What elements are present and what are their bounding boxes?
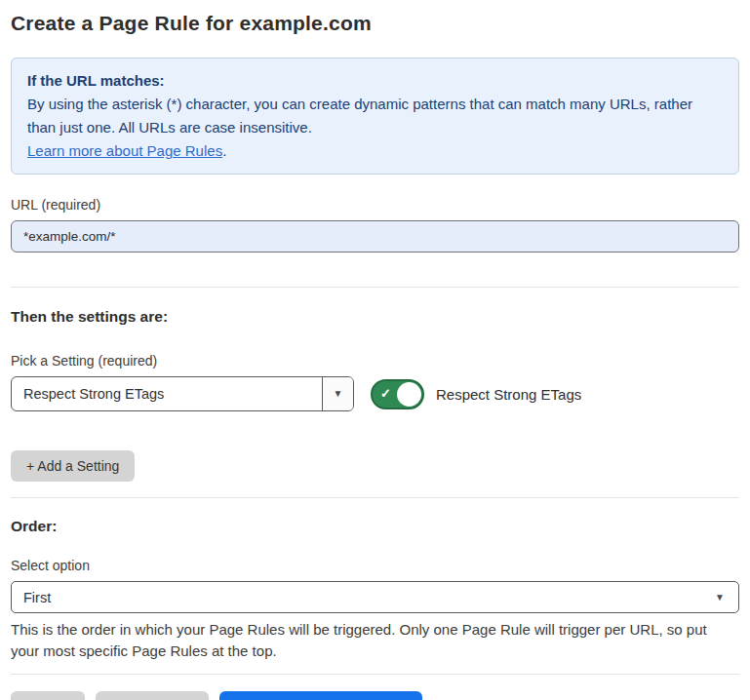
order-select-value: First <box>23 590 715 605</box>
pick-setting-label: Pick a Setting (required) <box>11 353 739 369</box>
setting-row: Respect Strong ETags ▼ ✓ Respect Strong … <box>11 376 739 411</box>
cancel-button[interactable]: Cancel <box>11 691 85 700</box>
check-icon: ✓ <box>380 386 391 401</box>
url-input[interactable] <box>11 220 739 253</box>
save-as-draft-button[interactable]: Save as Draft <box>96 691 210 700</box>
divider <box>11 287 739 288</box>
chevron-down-icon: ▼ <box>334 389 343 399</box>
url-field-label: URL (required) <box>11 197 739 213</box>
order-select[interactable]: First ▼ <box>11 581 739 613</box>
footer-actions: Cancel Save as Draft Save and Deploy Pag… <box>11 691 739 700</box>
setting-select-caret-box[interactable]: ▼ <box>322 377 353 410</box>
save-and-deploy-button[interactable]: Save and Deploy Page Rule <box>219 691 422 700</box>
chevron-down-icon: ▼ <box>715 593 725 603</box>
order-section-heading: Order: <box>11 518 739 535</box>
setting-toggle-label: Respect Strong ETags <box>436 386 581 403</box>
setting-toggle[interactable]: ✓ <box>371 379 424 409</box>
divider <box>11 497 739 498</box>
page-title: Create a Page Rule for example.com <box>11 12 739 35</box>
setting-select-value: Respect Strong ETags <box>12 377 322 410</box>
setting-select[interactable]: Respect Strong ETags ▼ <box>11 376 354 411</box>
order-help-text: This is the order in which your Page Rul… <box>11 619 739 662</box>
setting-toggle-wrap: ✓ Respect Strong ETags <box>371 379 581 409</box>
info-box-link-line: Learn more about Page Rules. <box>27 139 723 163</box>
learn-more-link[interactable]: Learn more about Page Rules <box>27 142 222 159</box>
order-select-label: Select option <box>11 558 739 573</box>
info-box-heading: If the URL matches: <box>27 69 723 93</box>
divider <box>11 674 739 675</box>
toggle-knob <box>397 382 421 407</box>
link-suffix: . <box>222 142 226 159</box>
url-match-info-box: If the URL matches: By using the asteris… <box>11 58 739 175</box>
info-box-body: By using the asterisk (*) character, you… <box>27 93 723 139</box>
settings-section-heading: Then the settings are: <box>11 308 739 326</box>
add-setting-button[interactable]: + Add a Setting <box>11 450 135 482</box>
